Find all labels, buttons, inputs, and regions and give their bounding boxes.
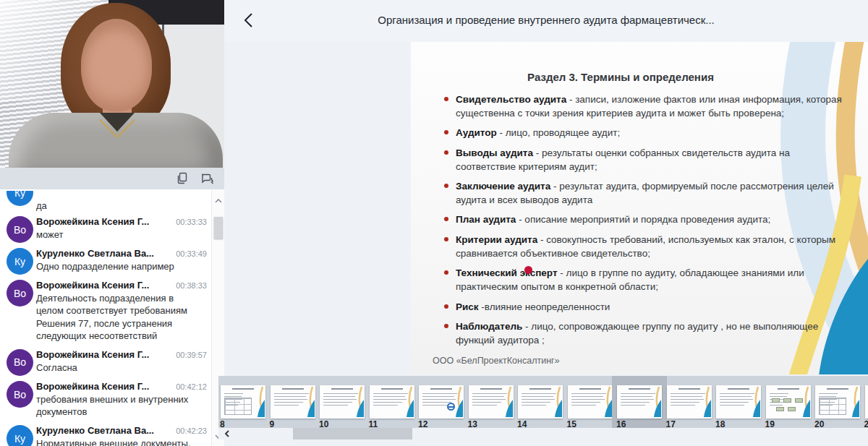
thumbnail-text-line	[621, 405, 645, 406]
slide-thumbnail[interactable]	[419, 385, 464, 419]
thumbnail-text-line	[522, 405, 546, 406]
presentation-header: Организация и проведение внутреннего ауд…	[224, 0, 868, 42]
thumbnail-title-line	[430, 388, 452, 390]
thumbnail-text-line	[323, 405, 348, 406]
chat-message: КуКуруленко Светлана Ва...00:33:49Одно п…	[0, 244, 211, 276]
slide-thumbnail[interactable]	[221, 385, 265, 419]
chat-message: ВоВорожейкина Ксения Г...00:39:57Согласн…	[0, 346, 211, 377]
thumbnail-title-line	[778, 388, 799, 390]
scroll-left-icon[interactable]	[223, 429, 231, 438]
chat-sender-name: Ворожейкина Ксения Г...	[36, 216, 149, 227]
slide-thumbnail[interactable]	[370, 385, 414, 419]
thumbnail-text-line	[472, 393, 507, 394]
chat-timestamp: 00:38:33	[171, 281, 207, 290]
thumbnail-diagram-box	[776, 407, 784, 411]
bullet-dot	[444, 184, 448, 188]
slide-bullet: Аудитор - лицо, проводящее аудит;	[441, 126, 843, 140]
thumbnail-title-line	[827, 388, 848, 390]
thumbnail-curve-decoration	[750, 387, 760, 419]
bullet-term: Технический эксперт	[456, 267, 558, 278]
presenter-face	[81, 19, 152, 111]
chat-message-list[interactable]: КудаВоВорожейкина Ксения Г...00:33:33мож…	[0, 189, 211, 446]
slide-thumbnail[interactable]	[320, 385, 365, 419]
bullet-dot	[444, 237, 448, 241]
bullet-definition: -влияние неопределенности	[479, 301, 610, 312]
thumbnail-title-line	[629, 388, 650, 390]
thumbnail-text-line	[571, 393, 606, 394]
webcam-video-tile[interactable]	[0, 0, 224, 168]
chat-timestamp: 00:33:49	[171, 249, 207, 258]
bullet-term: Выводы аудита	[456, 147, 533, 158]
thumbnail-text-line	[720, 402, 749, 403]
slide-thumbnail[interactable]	[617, 385, 662, 419]
slide-bullet: Риск -влияние неопределенности	[441, 301, 843, 314]
bullet-dot	[444, 217, 448, 221]
slide-thumbnail[interactable]	[667, 385, 712, 419]
slide-thumbnail[interactable]	[518, 385, 563, 419]
chat-sender-name: Ворожейкина Ксения Г...	[36, 280, 149, 291]
thumbnail-text-line	[373, 396, 405, 397]
thumbnail-title-line	[381, 388, 403, 390]
avatar: Во	[7, 349, 33, 376]
slide-thumbnail[interactable]	[271, 385, 315, 419]
chat-scrollbar-thumb[interactable]	[214, 217, 223, 239]
slide-title: Раздел 3. Термины и определения	[441, 71, 843, 83]
bullet-term: План аудита	[456, 214, 516, 225]
thumbnail-text-line	[571, 405, 596, 406]
thumbnail-title-line	[331, 388, 353, 390]
slide-thumbnail[interactable]	[766, 385, 811, 419]
thumbnail-text-line	[373, 399, 407, 400]
slide-bullet: Критерии аудита - совокупность требовани…	[441, 233, 843, 260]
chat-bubbles-icon[interactable]	[200, 171, 214, 186]
slide-thumbnail[interactable]	[469, 385, 514, 419]
thumbnail-curve-decoration	[651, 387, 661, 419]
thumbnail-text-line	[720, 399, 753, 400]
thumbnail-curve-decoration	[255, 387, 265, 419]
slide-page-number: 13	[468, 419, 477, 428]
thumbnail-text-line	[671, 396, 702, 397]
chat-message-text: Согласна	[36, 361, 201, 374]
thumbnail-title-line	[728, 388, 749, 390]
thumbnail-title-line	[529, 388, 551, 390]
scroll-up-icon[interactable]	[214, 197, 223, 205]
thumbnail-text-line	[770, 393, 788, 394]
bullet-definition: - лицо, проводящее аудит;	[497, 127, 620, 138]
bullet-dot	[444, 304, 448, 309]
chat-sender-name: Куруленко Светлана Ва...	[36, 425, 154, 436]
filmstrip-scrollbar-thumb[interactable]	[293, 428, 412, 439]
chat-message-text: требования внешних и внутренних документ…	[36, 393, 201, 418]
slide-content: Раздел 3. Термины и определения Свидетел…	[441, 71, 843, 353]
slide-thumbnail[interactable]	[865, 385, 868, 419]
copy-icon[interactable]	[175, 171, 190, 186]
thumbnail-text-line	[373, 393, 408, 394]
filmstrip-scrollbar[interactable]	[218, 428, 868, 439]
slide-bullet: Свидетельство аудита - записи, изложение…	[441, 93, 843, 120]
thumbnail-text-line	[373, 402, 402, 403]
thumbnail-text-line	[472, 396, 504, 397]
thumbnail-text-line	[224, 396, 242, 397]
thumbnail-text-line	[472, 399, 506, 400]
slide-canvas: Раздел 3. Термины и определения Свидетел…	[411, 42, 868, 374]
chat-message-header: Ворожейкина Ксения Г...00:33:33	[36, 216, 207, 227]
slide-thumbnail[interactable]	[815, 385, 860, 419]
thumbnail-text-line	[571, 399, 605, 400]
bullet-term: Критерии аудита	[456, 234, 537, 245]
thumbnail-text-line	[274, 405, 299, 406]
thumbnail-text-line	[621, 393, 655, 394]
thumbnail-text-line	[621, 399, 654, 400]
thumbnail-text-line	[621, 402, 650, 403]
thumbnail-title-line	[678, 388, 700, 390]
slide-thumbnail[interactable]	[716, 385, 761, 419]
thumbnail-table	[819, 398, 846, 415]
slide-thumbnail[interactable]	[568, 385, 613, 419]
avatar: Ку	[7, 191, 33, 206]
thumbnail-text-line	[720, 393, 754, 394]
thumbnail-text-line	[274, 396, 306, 397]
thumbnail-diagram-box	[788, 407, 796, 411]
slide-page-number: 11	[369, 419, 378, 428]
chat-message: КуКуруленко Светлана Ва...00:42:23Нормат…	[0, 421, 211, 446]
thumbnail-text-line	[422, 405, 447, 406]
chat-message-header: Куруленко Светлана Ва...00:33:49	[36, 248, 207, 259]
slide-page-number: 12	[418, 419, 427, 428]
thumbnail-text-line	[571, 396, 603, 397]
